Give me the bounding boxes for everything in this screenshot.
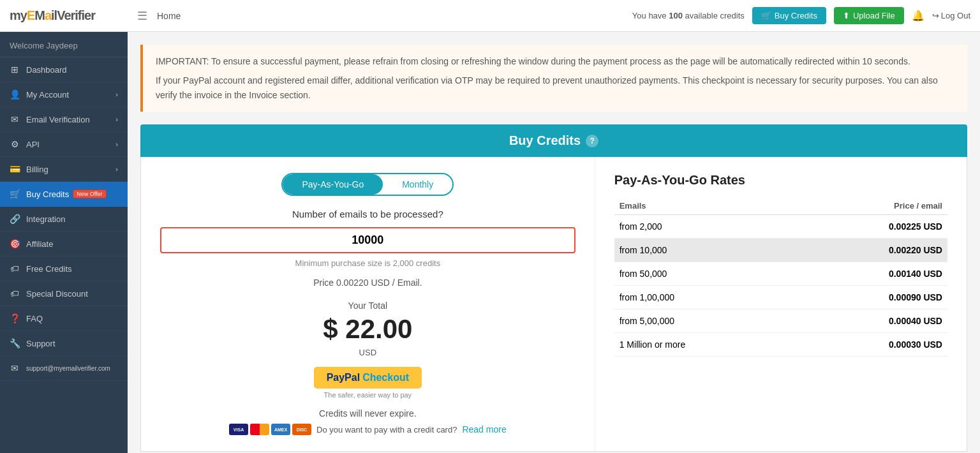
sidebar-item-billing[interactable]: 💳 Billing › bbox=[0, 157, 128, 182]
menu-icon[interactable]: ☰ bbox=[137, 9, 147, 23]
email-icon: ✉ bbox=[10, 114, 20, 124]
table-row: from 50,0000.00140 USD bbox=[614, 262, 947, 286]
sidebar-item-integration[interactable]: 🔗 Integration bbox=[0, 207, 128, 232]
price-cell: 0.00040 USD bbox=[796, 309, 947, 333]
sidebar-item-email-support[interactable]: ✉ support@myemailverifier.com bbox=[0, 356, 128, 381]
credits-expire-text: Credits will never expire. bbox=[160, 408, 575, 419]
sidebar-item-email-verification[interactable]: ✉ Email Verification › bbox=[0, 107, 128, 132]
left-panel: Pay-As-You-Go Monthly Number of emails t… bbox=[141, 157, 595, 451]
navbar-right: You have 100 available credits 🛒 Buy Cre… bbox=[632, 7, 970, 24]
sidebar-item-dashboard[interactable]: ⊞ Dashboard bbox=[0, 57, 128, 82]
rates-table: Emails Price / email from 2,0000.00225 U… bbox=[614, 197, 947, 357]
credits-text: You have 100 available credits bbox=[632, 11, 745, 20]
sidebar-item-api[interactable]: ⚙ API › bbox=[0, 132, 128, 157]
logout-link[interactable]: ↪ Log Out bbox=[932, 11, 970, 20]
price-cell: 0.00030 USD bbox=[796, 333, 947, 357]
total-currency: USD bbox=[160, 348, 575, 357]
tab-monthly[interactable]: Monthly bbox=[383, 174, 452, 195]
sidebar-item-label: Affiliate bbox=[26, 239, 53, 249]
emails-cell: from 1,00,000 bbox=[614, 286, 796, 309]
sidebar: Welcome Jaydeep ⊞ Dashboard 👤 My Account… bbox=[0, 32, 128, 453]
credit-card-question: Do you want to pay with a credit card? bbox=[316, 425, 457, 434]
sidebar-item-label: Special Discount bbox=[26, 289, 88, 299]
price-cell: 0.00220 USD bbox=[796, 239, 947, 262]
price-per-email-text: Price 0.00220 USD / Email. bbox=[160, 278, 575, 288]
emails-cell: from 50,000 bbox=[614, 262, 796, 286]
table-row: from 10,0000.00220 USD bbox=[614, 239, 947, 262]
home-link[interactable]: Home bbox=[157, 11, 181, 21]
sidebar-item-label: API bbox=[26, 140, 40, 149]
price-cell: 0.00225 USD bbox=[796, 215, 947, 239]
price-cell: 0.00090 USD bbox=[796, 286, 947, 309]
free-credits-icon: 🏷 bbox=[10, 264, 20, 274]
buy-credits-card: Buy Credits ? Pay-As-You-Go Monthly Numb… bbox=[140, 124, 967, 452]
tabs-container: Pay-As-You-Go Monthly bbox=[160, 173, 575, 196]
buy-credits-navbar-button[interactable]: 🛒 Buy Credits bbox=[752, 7, 826, 24]
new-offer-badge: New Offer bbox=[73, 189, 106, 198]
total-label: Your Total bbox=[160, 301, 575, 311]
sidebar-item-free-credits[interactable]: 🏷 Free Credits bbox=[0, 256, 128, 281]
upload-file-button[interactable]: ⬆ Upload File bbox=[834, 7, 904, 24]
paypal-checkout-button[interactable]: PayPal Checkout bbox=[314, 367, 422, 389]
min-purchase-text: Minimum purchase size is 2,000 credits bbox=[160, 258, 575, 268]
emails-cell: 1 Million or more bbox=[614, 333, 796, 357]
account-icon: 👤 bbox=[10, 89, 20, 100]
main-content: IMPORTANT: To ensure a successful paymen… bbox=[128, 32, 980, 453]
sidebar-item-label: My Account bbox=[26, 90, 69, 100]
cart-icon: 🛒 bbox=[761, 11, 771, 20]
sidebar-item-support[interactable]: 🔧 Support bbox=[0, 331, 128, 356]
sidebar-item-label: Integration bbox=[26, 214, 65, 224]
total-amount: $ 22.00 bbox=[160, 314, 575, 345]
email-input-wrap bbox=[160, 227, 575, 253]
sidebar-item-affiliate[interactable]: 🎯 Affiliate bbox=[0, 232, 128, 256]
faq-icon: ❓ bbox=[10, 313, 20, 323]
buy-credits-body: Pay-As-You-Go Monthly Number of emails t… bbox=[140, 157, 967, 452]
paypal-tagline: The safer, easier way to pay bbox=[324, 391, 412, 399]
sidebar-item-label: Email Verification bbox=[26, 115, 90, 124]
help-icon[interactable]: ? bbox=[586, 135, 598, 147]
mail-icon: ✉ bbox=[10, 363, 20, 373]
table-row: from 1,00,0000.00090 USD bbox=[614, 286, 947, 309]
sidebar-item-special-discount[interactable]: 🏷 Special Discount bbox=[0, 281, 128, 306]
sidebar-item-label: Support bbox=[26, 339, 56, 348]
chevron-right-icon: › bbox=[115, 91, 118, 98]
chevron-right-icon: › bbox=[115, 140, 118, 148]
discount-icon: 🏷 bbox=[10, 288, 20, 299]
col-emails: Emails bbox=[614, 197, 796, 215]
alert-line1: IMPORTANT: To ensure a successful paymen… bbox=[156, 54, 954, 68]
notification-bell-icon[interactable]: 🔔 bbox=[912, 10, 924, 22]
read-more-link[interactable]: Read more bbox=[462, 424, 506, 434]
amex-icon: AMEX bbox=[271, 424, 290, 435]
table-row: from 5,00,0000.00040 USD bbox=[614, 309, 947, 333]
email-count-input[interactable] bbox=[160, 227, 575, 253]
logout-icon: ↪ bbox=[932, 11, 939, 20]
sidebar-item-label: Billing bbox=[26, 165, 48, 174]
sidebar-item-my-account[interactable]: 👤 My Account › bbox=[0, 82, 128, 107]
affiliate-icon: 🎯 bbox=[10, 239, 20, 249]
chevron-right-icon: › bbox=[115, 115, 118, 123]
tab-group: Pay-As-You-Go Monthly bbox=[281, 173, 454, 196]
paypal-checkout-text: Checkout bbox=[362, 372, 409, 383]
email-count-label: Number of emails to be processed? bbox=[160, 209, 575, 219]
sidebar-item-label: Dashboard bbox=[26, 65, 67, 75]
chevron-right-icon: › bbox=[115, 165, 118, 173]
sidebar-item-label: Buy Credits bbox=[26, 189, 69, 199]
navbar: myEMailVerifier ☰ Home You have 100 avai… bbox=[0, 0, 980, 32]
sidebar-item-label: Free Credits bbox=[26, 264, 72, 274]
sidebar-item-buy-credits[interactable]: 🛒 Buy Credits New Offer bbox=[0, 182, 128, 207]
table-row: from 2,0000.00225 USD bbox=[614, 215, 947, 239]
emails-cell: from 2,000 bbox=[614, 215, 796, 239]
rates-title: Pay-As-You-Go Rates bbox=[614, 173, 947, 188]
dashboard-icon: ⊞ bbox=[10, 64, 20, 75]
buy-credits-title: Buy Credits bbox=[509, 133, 581, 148]
emails-cell: from 10,000 bbox=[614, 239, 796, 262]
upload-icon: ⬆ bbox=[843, 11, 850, 20]
discover-icon: DISC bbox=[292, 424, 311, 435]
card-icons: VISA AMEX DISC bbox=[229, 424, 311, 435]
sidebar-item-faq[interactable]: ❓ FAQ bbox=[0, 306, 128, 331]
table-row: 1 Million or more0.00030 USD bbox=[614, 333, 947, 357]
tab-payg[interactable]: Pay-As-You-Go bbox=[283, 174, 383, 195]
sidebar-welcome: Welcome Jaydeep bbox=[0, 32, 128, 57]
alert-line2: If your PayPal account and registered em… bbox=[156, 73, 954, 102]
emails-cell: from 5,00,000 bbox=[614, 309, 796, 333]
